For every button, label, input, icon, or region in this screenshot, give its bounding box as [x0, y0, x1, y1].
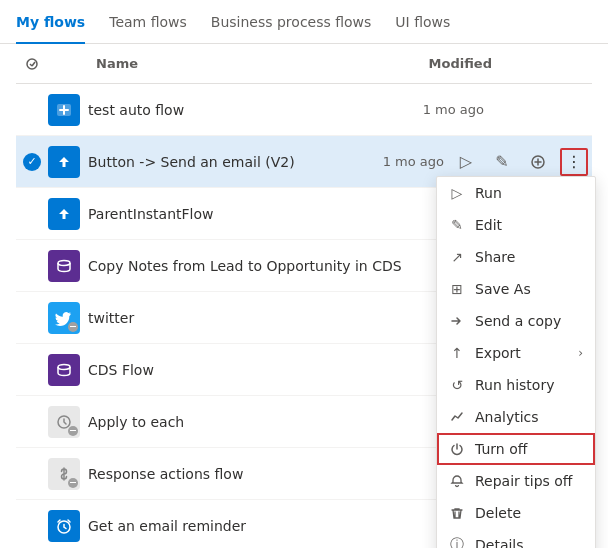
power-menu-icon — [449, 441, 465, 457]
app-container: My flows Team flows Business process flo… — [0, 0, 608, 548]
button-flow-icon — [55, 153, 73, 171]
history-menu-icon: ↺ — [449, 377, 465, 393]
row5-name: twitter — [88, 310, 134, 326]
delete-menu-icon — [449, 505, 465, 521]
row3-icon — [48, 198, 80, 230]
tab-ui-flows[interactable]: UI flows — [383, 0, 462, 44]
flow-row-1[interactable]: test auto flow 1 mo ago — [16, 84, 592, 136]
edit-button[interactable]: ✎ — [488, 148, 516, 176]
menu-share-label: Share — [475, 249, 515, 265]
run-menu-icon: ▷ — [449, 185, 465, 201]
svg-point-5 — [58, 260, 70, 265]
row3-name: ParentInstantFlow — [88, 206, 214, 222]
turn-off-icon — [450, 442, 464, 456]
row5-icon — [48, 302, 80, 334]
instant-flow-icon — [55, 101, 73, 119]
analytics-menu-icon — [449, 409, 465, 425]
row8-name: Response actions flow — [88, 466, 243, 482]
disabled-badge-8 — [68, 478, 78, 488]
send-copy-icon — [450, 314, 464, 328]
svg-point-0 — [27, 59, 37, 69]
row8-icon — [48, 458, 80, 490]
disabled-badge-7 — [68, 426, 78, 436]
context-menu: ▷ Run ✎ Edit ↗ Share ⊞ Save As — [436, 176, 596, 548]
menu-details-label: Details — [475, 537, 524, 548]
bell-menu-icon — [449, 473, 465, 489]
menu-send-copy[interactable]: Send a copy — [437, 305, 595, 337]
row7-name: Apply to each — [88, 414, 184, 430]
row1-content: test auto flow — [48, 94, 423, 126]
menu-run-history[interactable]: ↺ Run history — [437, 369, 595, 401]
row7-icon — [48, 406, 80, 438]
row9-name: Get an email reminder — [88, 518, 246, 534]
export-arrow: › — [578, 346, 583, 360]
row2-content: Button -> Send an email (V2) — [48, 146, 383, 178]
menu-run[interactable]: ▷ Run — [437, 177, 595, 209]
analytics-icon — [450, 410, 464, 424]
delete-icon — [450, 506, 464, 520]
header-name[interactable]: Name — [96, 56, 392, 71]
top-nav: My flows Team flows Business process flo… — [0, 0, 608, 44]
menu-save-as-label: Save As — [475, 281, 531, 297]
flow-row-2[interactable]: Button -> Send an email (V2) 1 mo ago ▷ … — [16, 136, 592, 188]
row1-name: test auto flow — [88, 102, 184, 118]
info-menu-icon: ⓘ — [449, 537, 465, 548]
edit-menu-icon: ✎ — [449, 217, 465, 233]
sort-icon — [25, 57, 39, 71]
row4-icon — [48, 250, 80, 282]
menu-edit[interactable]: ✎ Edit — [437, 209, 595, 241]
row2-name: Button -> Send an email (V2) — [88, 154, 295, 170]
row2-icon — [48, 146, 80, 178]
menu-turn-off-label: Turn off — [475, 441, 527, 457]
row2-check — [16, 153, 48, 171]
tab-my-flows[interactable]: My flows — [16, 0, 97, 44]
menu-delete[interactable]: Delete — [437, 497, 595, 529]
run-button[interactable]: ▷ — [452, 148, 480, 176]
menu-repair-tips[interactable]: Repair tips off — [437, 465, 595, 497]
menu-run-history-label: Run history — [475, 377, 554, 393]
menu-details[interactable]: ⓘ Details — [437, 529, 595, 548]
share-menu-icon: ↗ — [449, 249, 465, 265]
row4-name: Copy Notes from Lead to Opportunity in C… — [88, 258, 402, 274]
menu-send-copy-label: Send a copy — [475, 313, 561, 329]
row1-modified: 1 mo ago — [423, 102, 492, 117]
row2-check-circle — [23, 153, 41, 171]
bell-icon — [450, 474, 464, 488]
disabled-badge — [68, 322, 78, 332]
menu-export[interactable]: ↑ Export › — [437, 337, 595, 369]
send-menu-icon — [449, 313, 465, 329]
alarm-icon — [55, 517, 73, 535]
share-icon — [530, 154, 546, 170]
row2-modified: 1 mo ago — [383, 154, 452, 169]
row4-flow-icon — [55, 257, 73, 275]
flows-table: Name Modified test auto flow 1 mo ago — [0, 44, 608, 548]
menu-analytics-label: Analytics — [475, 409, 539, 425]
row9-icon — [48, 510, 80, 542]
menu-run-label: Run — [475, 185, 502, 201]
export-menu-icon: ↑ — [449, 345, 465, 361]
menu-share[interactable]: ↗ Share — [437, 241, 595, 273]
menu-repair-tips-label: Repair tips off — [475, 473, 573, 489]
row6-icon — [48, 354, 80, 386]
table-header: Name Modified — [16, 44, 592, 84]
menu-delete-label: Delete — [475, 505, 521, 521]
menu-edit-label: Edit — [475, 217, 502, 233]
row6-flow-icon — [55, 361, 73, 379]
menu-save-as[interactable]: ⊞ Save As — [437, 273, 595, 305]
row3-flow-icon — [55, 205, 73, 223]
menu-export-label: Export — [475, 345, 521, 361]
menu-turn-off[interactable]: Turn off — [437, 433, 595, 465]
header-modified[interactable]: Modified — [392, 56, 492, 71]
share-button[interactable] — [524, 148, 552, 176]
row6-name: CDS Flow — [88, 362, 154, 378]
tab-business-process-flows[interactable]: Business process flows — [199, 0, 384, 44]
menu-analytics[interactable]: Analytics — [437, 401, 595, 433]
row1-icon — [48, 94, 80, 126]
svg-line-2 — [32, 62, 35, 66]
tab-team-flows[interactable]: Team flows — [97, 0, 199, 44]
header-check — [16, 57, 48, 71]
save-menu-icon: ⊞ — [449, 281, 465, 297]
svg-point-6 — [58, 364, 70, 369]
more-button[interactable]: ⋮ — [560, 148, 588, 176]
row2-action-icons: ▷ ✎ ⋮ — [452, 148, 592, 176]
